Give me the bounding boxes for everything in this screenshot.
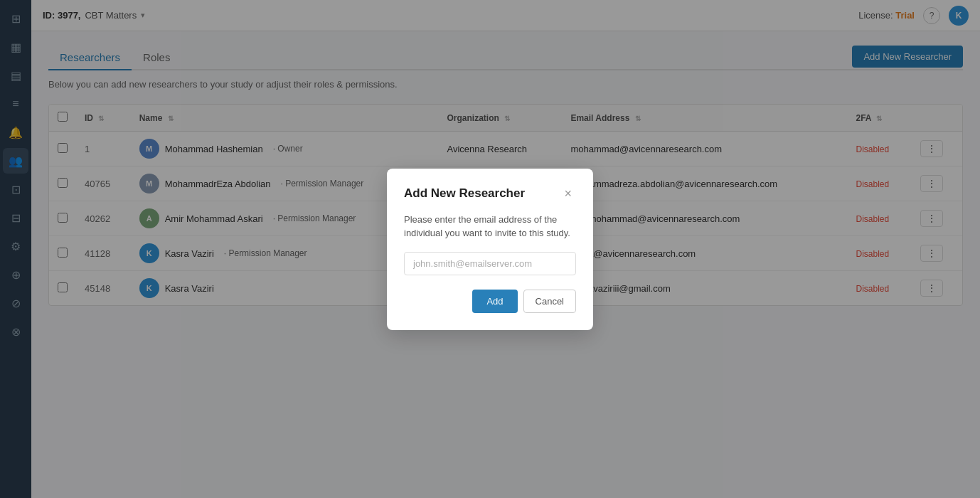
modal-description: Please enter the email address of the in…: [404, 213, 576, 240]
modal-actions: Add Cancel: [404, 290, 576, 313]
modal-overlay[interactable]: Add New Researcher × Please enter the em…: [0, 0, 980, 498]
modal-header: Add New Researcher ×: [404, 186, 576, 201]
modal-close-button[interactable]: ×: [560, 186, 576, 201]
modal-add-button[interactable]: Add: [472, 290, 517, 313]
modal-title: Add New Researcher: [404, 186, 525, 201]
modal-cancel-button[interactable]: Cancel: [523, 290, 576, 313]
email-input[interactable]: [404, 252, 576, 275]
add-researcher-modal: Add New Researcher × Please enter the em…: [387, 169, 593, 330]
